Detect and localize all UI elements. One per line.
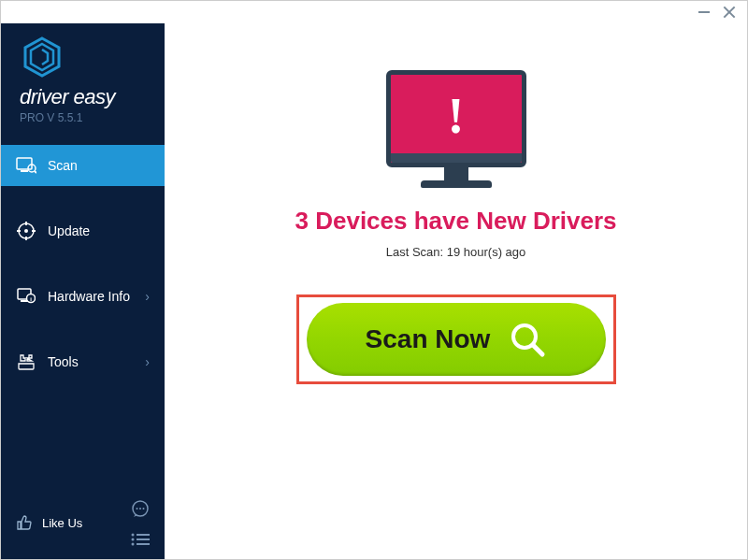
feedback-icon[interactable] (131, 499, 150, 518)
scan-button-highlight: Scan Now (296, 294, 616, 384)
alert-monitor-icon: ! (386, 70, 526, 188)
svg-rect-23 (137, 543, 150, 545)
titlebar (1, 1, 747, 23)
exclamation-icon: ! (448, 91, 465, 141)
svg-point-20 (132, 538, 135, 541)
sidebar-item-scan[interactable]: Scan (1, 145, 165, 186)
svg-point-5 (24, 229, 28, 233)
sidebar-item-label: Tools (48, 354, 79, 369)
chevron-right-icon: › (145, 289, 150, 304)
close-button[interactable] (723, 6, 736, 19)
svg-rect-21 (137, 538, 150, 540)
like-us-label: Like Us (42, 516, 82, 530)
svg-rect-19 (137, 534, 150, 536)
main-content: ! 3 Devices have New Drivers Last Scan: … (165, 23, 747, 559)
hardware-icon: i (16, 287, 36, 306)
sidebar-item-update[interactable]: Update (1, 210, 165, 251)
scan-icon (16, 156, 36, 175)
svg-rect-6 (25, 222, 27, 225)
thumbs-up-icon (16, 514, 33, 531)
minimize-button[interactable] (698, 11, 710, 13)
svg-rect-7 (25, 237, 27, 240)
logo-icon (20, 36, 146, 78)
sidebar-item-tools[interactable]: Tools › (1, 341, 165, 382)
sidebar: driver easy PRO V 5.5.1 Scan Update i (1, 23, 165, 559)
menu-icon[interactable] (131, 533, 150, 546)
sidebar-item-label: Scan (48, 158, 78, 173)
logo-area: driver easy PRO V 5.5.1 (1, 23, 165, 134)
tools-icon (16, 352, 36, 371)
svg-point-17 (143, 508, 145, 510)
svg-rect-8 (17, 230, 21, 232)
svg-line-25 (533, 345, 542, 354)
scan-now-button[interactable]: Scan Now (307, 303, 606, 376)
nav: Scan Update i Hardware Info › (1, 145, 165, 382)
svg-rect-9 (32, 230, 36, 232)
headline: 3 Devices have New Drivers (295, 207, 617, 236)
chevron-right-icon: › (145, 354, 150, 369)
last-scan-text: Last Scan: 19 hour(s) ago (386, 245, 526, 259)
svg-point-22 (132, 543, 135, 546)
svg-rect-0 (17, 158, 32, 169)
sidebar-item-label: Hardware Info (48, 289, 130, 304)
svg-line-3 (35, 171, 36, 173)
svg-point-18 (132, 534, 135, 537)
svg-rect-1 (21, 170, 28, 172)
like-us-button[interactable]: Like Us (16, 514, 82, 531)
svg-point-15 (137, 508, 138, 510)
sidebar-item-hardware[interactable]: i Hardware Info › (1, 276, 165, 317)
app-title: driver easy (20, 85, 146, 109)
scan-button-label: Scan Now (366, 324, 491, 354)
search-icon (509, 321, 546, 358)
sidebar-bottom: Like Us (1, 490, 165, 559)
svg-point-16 (139, 508, 141, 510)
update-icon (16, 222, 36, 240)
sidebar-item-label: Update (48, 223, 90, 238)
app-version: PRO V 5.5.1 (20, 111, 146, 124)
